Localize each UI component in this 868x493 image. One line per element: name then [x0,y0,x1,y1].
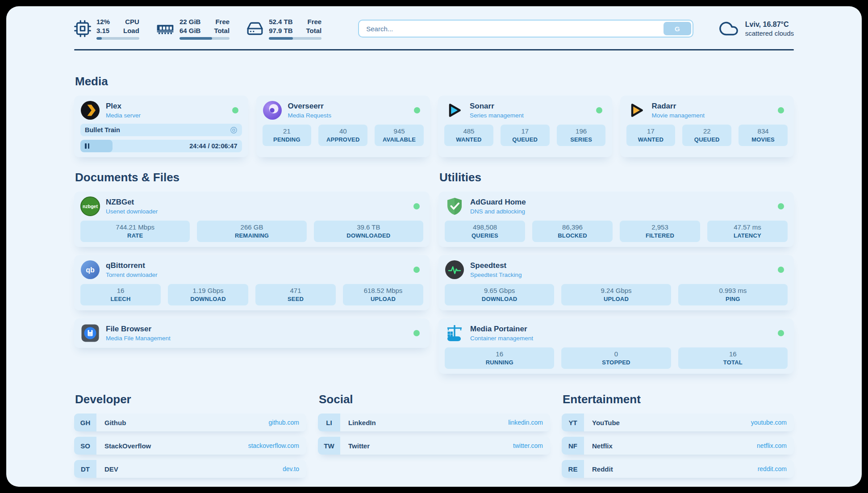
stat-tile: 618.52 MbpsUPLOAD [343,284,423,305]
svg-text:qb: qb [86,266,95,274]
stat-tile: 16LEECH [80,284,161,305]
disk-progressbar [269,37,321,40]
link-name: StackOverflow [104,442,151,450]
link-badge: TW [318,437,340,455]
player-settings-button[interactable] [230,126,238,134]
section-title-utilities: Utilities [439,171,794,184]
link-stackoverflow[interactable]: SO StackOverflow stackoverflow.com [74,437,306,455]
section-title-documents: Documents & Files [75,171,430,184]
app-desc: Torrent downloader [106,272,158,278]
link-url: linkedin.com [508,419,543,426]
section-title-social: Social [319,393,550,406]
link-badge: RE [562,460,584,478]
status-dot [778,330,784,336]
link-youtube[interactable]: YT YouTube youtube.com [562,414,794,431]
cpu-icon [74,20,91,37]
link-badge: GH [74,414,96,431]
search-bar: G [358,20,693,38]
cpu-progressbar [96,37,139,40]
app-card-portainer[interactable]: Media Portainer Container management 16R… [438,318,794,374]
weather-condition: scattered clouds [745,29,794,37]
link-netflix[interactable]: NF Netflix netflix.com [562,437,794,455]
link-linkedin[interactable]: LI LinkedIn linkedin.com [318,414,550,431]
link-badge: NF [562,437,584,455]
section-title-entertainment: Entertainment [563,393,794,406]
stat-tile: 86,396BLOCKED [532,221,613,242]
portainer-icon [445,323,464,343]
app-desc: Series management [470,112,524,119]
cloud-icon [718,18,739,39]
link-url: twitter.com [513,442,543,449]
stat-tile: 1.19 GbpsDOWNLOAD [168,284,248,305]
speedtest-icon [445,260,464,280]
link-name: Github [104,419,126,426]
ram-labels: FreeTotal [214,17,230,35]
link-url: reddit.com [758,465,787,472]
status-dot [778,203,784,209]
app-card-sonarr[interactable]: Sonarr Series management 485WANTED 17QUE… [438,96,612,157]
link-badge: DT [74,460,96,478]
stat-tile: 945AVAILABLE [375,125,424,146]
app-card-overseerr[interactable]: Overseerr Media Requests 21PENDING 40APP… [256,96,430,157]
section-title-developer: Developer [75,393,306,406]
link-url: youtube.com [751,419,787,426]
app-desc: Container management [470,335,533,342]
stat-tile: 485WANTED [444,125,493,146]
qbittorrent-icon: qb [80,260,100,280]
link-twitter[interactable]: TW Twitter twitter.com [318,437,550,455]
section-title-media: Media [75,75,794,88]
app-card-adguard[interactable]: AdGuard Home DNS and adblocking 498,508Q… [438,192,794,247]
disk-labels: FreeTotal [306,17,321,35]
status-dot [413,267,420,273]
app-card-nzbget[interactable]: nzbget NZBGet Usenet downloader 744.21 M… [74,192,430,247]
link-url: stackoverflow.com [248,442,299,449]
stat-tile: 22QUEUED [682,125,731,146]
status-dot [778,107,784,113]
link-url: dev.to [283,465,299,472]
now-playing-title: Bullet Train [85,126,120,134]
link-badge: YT [562,414,584,431]
weather-location-temp: Lviv, 16.87°C [745,21,794,29]
stat-tile: 744.21 MbpsRATE [80,221,190,242]
filebrowser-icon [80,323,100,343]
link-reddit[interactable]: RE Reddit reddit.com [562,460,794,478]
pause-button[interactable] [85,143,89,149]
search-input[interactable] [359,21,662,37]
link-name: DEV [104,465,118,473]
app-name: qBittorrent [106,261,158,270]
stat-tile: 9.24 GbpsUPLOAD [561,284,671,305]
adguard-icon [445,196,464,216]
app-card-radarr[interactable]: Radarr Movie management 17WANTED 22QUEUE… [620,96,794,157]
stat-tile: 834MOVIES [739,125,788,146]
link-github[interactable]: GH Github github.com [74,414,306,431]
disk-icon [246,20,263,37]
app-card-qbittorrent[interactable]: qb qBittorrent Torrent downloader 16LEEC… [74,255,430,310]
status-dot [414,107,420,113]
link-badge: SO [74,437,96,455]
svg-text:nzbget: nzbget [83,204,98,209]
disk-values: 52.4 TB97.9 TB [269,17,292,35]
dashboard-window: 12%3.15 CPULoad 22 GiB64 GiB FreeTotal 5… [0,0,868,493]
plex-now-playing-row: Bullet Train [80,124,242,136]
app-card-filebrowser[interactable]: File Browser Media File Management [74,318,430,348]
app-name: Plex [106,102,141,111]
link-dev[interactable]: DT DEV dev.to [74,460,306,478]
stat-tile: 498,508QUERIES [445,221,525,242]
app-name: Sonarr [470,102,524,111]
stat-tile: 9.65 GbpsDOWNLOAD [445,284,554,305]
link-name: YouTube [592,419,620,426]
stat-tile: 0STOPPED [561,347,671,369]
app-name: AdGuard Home [470,198,526,207]
nzbget-icon: nzbget [80,196,100,216]
app-card-plex[interactable]: Plex Media server Bullet Train 24:44 / 0… [74,96,248,157]
search-engine-button[interactable]: G [664,22,691,35]
app-card-speedtest[interactable]: Speedtest Speedtest Tracking 9.65 GbpsDO… [438,255,794,310]
app-desc: Speedtest Tracking [470,272,522,278]
status-dot [596,107,602,113]
ram-values: 22 GiB64 GiB [179,17,201,35]
plex-icon [80,100,100,120]
dashboard-page: 12%3.15 CPULoad 22 GiB64 GiB FreeTotal 5… [6,6,862,487]
app-desc: Usenet downloader [106,208,158,215]
stat-tile: 17WANTED [626,125,676,146]
stat-tile: 21PENDING [263,125,312,146]
